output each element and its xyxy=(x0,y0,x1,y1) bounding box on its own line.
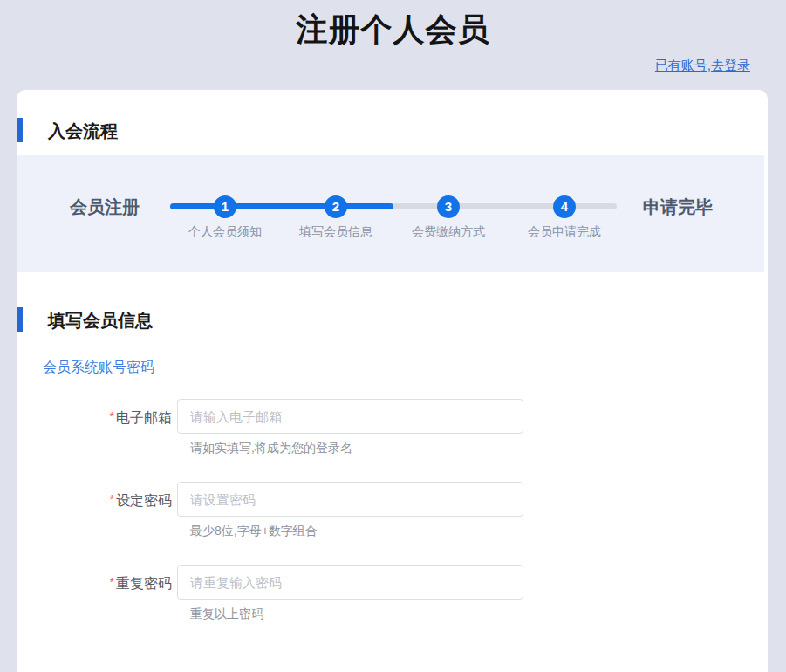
steps-start-label: 会员注册 xyxy=(70,195,140,219)
steps-progress-fill xyxy=(170,203,393,209)
required-asterisk: * xyxy=(110,575,114,589)
step-1-label: 个人会员须知 xyxy=(173,224,277,240)
required-asterisk: * xyxy=(110,492,114,506)
email-label-text: 电子邮箱 xyxy=(116,410,172,425)
step-3-dot: 3 xyxy=(437,195,460,218)
registration-card: 入会流程 会员注册 1 个人会员须知 2 填写会员信息 3 会费缴纳方式 4 会… xyxy=(17,90,768,672)
steps-track xyxy=(170,203,617,209)
form-section-heading: 填写会员信息 xyxy=(48,309,153,333)
bottom-divider xyxy=(31,662,755,662)
section-accent-bar xyxy=(17,307,23,332)
step-1-dot: 1 xyxy=(214,195,236,218)
step-2-dot: 2 xyxy=(325,195,347,218)
password-label-text: 设定密码 xyxy=(116,493,172,508)
password-hint: 最少8位,字母+数字组合 xyxy=(190,524,318,539)
process-section-heading: 入会流程 xyxy=(48,120,118,143)
confirm-password-input[interactable] xyxy=(177,565,523,600)
email-input[interactable] xyxy=(177,399,523,434)
login-link[interactable]: 已有账号,去登录 xyxy=(655,58,750,74)
confirm-password-hint: 重复以上密码 xyxy=(190,607,263,622)
step-4-dot: 4 xyxy=(553,195,576,218)
page-title: 注册个人会员 xyxy=(0,9,786,51)
email-hint: 请如实填写,将成为您的登录名 xyxy=(190,441,352,456)
step-4-label: 会员申请完成 xyxy=(512,224,617,240)
email-label: *电子邮箱 xyxy=(17,399,172,434)
steps-end-label: 申请完毕 xyxy=(643,195,713,219)
step-2-label: 填写会员信息 xyxy=(284,224,388,240)
password-label: *设定密码 xyxy=(17,482,172,517)
steps-panel: 会员注册 1 个人会员须知 2 填写会员信息 3 会费缴纳方式 4 会员申请完成… xyxy=(17,155,764,272)
step-3-label: 会费缴纳方式 xyxy=(396,224,501,240)
required-asterisk: * xyxy=(110,409,114,423)
confirm-password-label-text: 重复密码 xyxy=(116,576,172,591)
section-accent-bar xyxy=(17,118,23,142)
confirm-password-label: *重复密码 xyxy=(17,565,172,600)
account-subheading: 会员系统账号密码 xyxy=(43,359,154,377)
password-input[interactable] xyxy=(177,482,523,517)
